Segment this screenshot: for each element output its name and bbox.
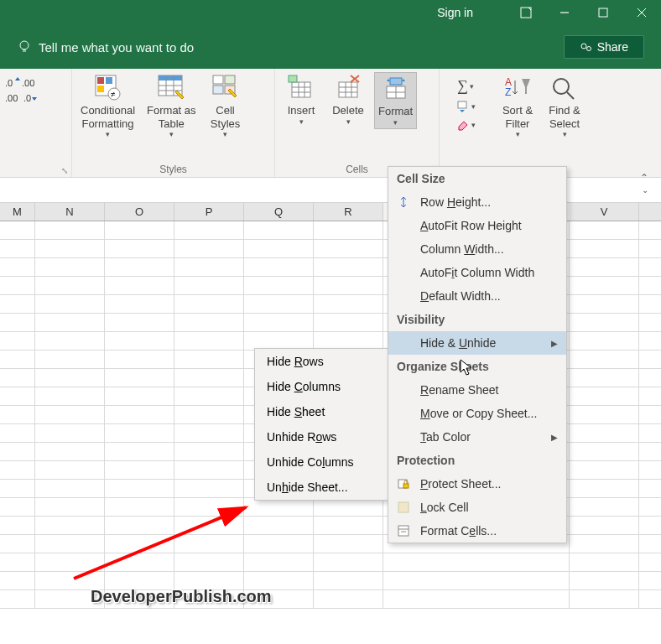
unhide-rows-item[interactable]: Unhide Rows bbox=[255, 424, 388, 449]
svg-rect-53 bbox=[403, 484, 409, 488]
col-header[interactable]: M bbox=[0, 203, 35, 221]
svg-rect-46 bbox=[390, 78, 402, 85]
menu-section-organize: Organize Sheets bbox=[388, 355, 566, 378]
svg-rect-17 bbox=[97, 86, 104, 92]
col-header[interactable]: N bbox=[35, 203, 105, 221]
autofit-row-height-item[interactable]: AutoFit Row Height bbox=[388, 214, 566, 237]
menu-item-label: AutoFit Row Height bbox=[420, 219, 522, 232]
find-select-button[interactable]: Find & Select ▾ bbox=[544, 72, 586, 140]
svg-text:.00: .00 bbox=[22, 78, 34, 88]
menu-item-label: Format Cells... bbox=[420, 524, 497, 538]
insert-cells-icon bbox=[287, 74, 315, 102]
increase-decimal-icon[interactable]: .0.00 bbox=[5, 77, 39, 89]
cell-styles-button[interactable]: Cell Styles ▾ bbox=[205, 72, 247, 140]
row-height-item[interactable]: Row Height... bbox=[388, 190, 566, 214]
sort-filter-button[interactable]: AZ Sort & Filter ▾ bbox=[497, 72, 539, 140]
eraser-icon bbox=[456, 118, 470, 132]
svg-text:.0: .0 bbox=[5, 78, 13, 88]
col-header[interactable]: V bbox=[570, 203, 639, 221]
conditional-formatting-button[interactable]: ≠ Conditional Formatting ▾ bbox=[77, 72, 138, 140]
menu-item-label: Hide Columns bbox=[267, 380, 341, 393]
chevron-down-icon: ▾ bbox=[393, 118, 398, 127]
protect-sheet-item[interactable]: Protect Sheet... bbox=[388, 472, 566, 496]
btn-label: Conditional Formatting bbox=[81, 104, 135, 130]
close-button[interactable] bbox=[622, 0, 661, 25]
menu-item-label: Hide Sheet bbox=[267, 405, 325, 418]
ribbon-group-styles: ≠ Conditional Formatting ▾ Format as Tab… bbox=[72, 69, 275, 177]
format-cells-item[interactable]: Format Cells... bbox=[388, 519, 566, 543]
menu-item-label: Unhide Sheet... bbox=[267, 480, 348, 494]
formula-bar-expand-icon[interactable]: ⌄ bbox=[642, 185, 648, 195]
tellme-bar: Tell me what you want to do Share bbox=[0, 25, 661, 69]
ribbon-group-cells: Insert ▾ Delete ▾ Format ▾ Cells bbox=[275, 69, 440, 177]
hide-unhide-submenu: Hide Rows Hide Columns Hide Sheet Unhide… bbox=[254, 348, 388, 501]
menu-item-label: Protect Sheet... bbox=[420, 477, 502, 491]
tellme-placeholder: Tell me what you want to do bbox=[39, 40, 194, 55]
menu-item-label: Row Height... bbox=[420, 195, 491, 209]
insert-button[interactable]: Insert ▾ bbox=[280, 72, 322, 127]
hide-rows-item[interactable]: Hide Rows bbox=[255, 349, 388, 374]
column-width-item[interactable]: Column Width... bbox=[388, 237, 566, 261]
svg-rect-21 bbox=[159, 75, 182, 80]
decrease-decimal-icon[interactable]: .00.0 bbox=[5, 92, 39, 104]
svg-rect-28 bbox=[213, 86, 223, 94]
lock-cell-item[interactable]: Lock Cell bbox=[388, 496, 566, 519]
autofit-column-width-item[interactable]: AutoFit Column Width bbox=[388, 261, 566, 284]
rename-sheet-item[interactable]: Rename Sheet bbox=[388, 378, 566, 402]
move-copy-sheet-item[interactable]: Move or Copy Sheet... bbox=[388, 402, 566, 425]
row-height-icon bbox=[397, 195, 410, 209]
ribbon-display-options[interactable] bbox=[507, 0, 545, 25]
format-cells-icon bbox=[397, 524, 410, 538]
unhide-sheet-item[interactable]: Unhide Sheet... bbox=[255, 475, 388, 500]
chevron-down-icon: ▾ bbox=[563, 130, 567, 138]
dialog-launcher-icon[interactable]: ⤡ bbox=[61, 166, 68, 175]
svg-rect-15 bbox=[97, 77, 104, 84]
svg-rect-26 bbox=[213, 75, 223, 84]
clear-button[interactable]: ▾ bbox=[456, 118, 476, 132]
lock-cell-icon bbox=[397, 501, 410, 514]
svg-text:.0: .0 bbox=[23, 93, 31, 103]
unhide-columns-item[interactable]: Unhide Columns bbox=[255, 449, 388, 475]
chevron-down-icon: ▾ bbox=[169, 130, 174, 138]
menu-section-cellsize: Cell Size bbox=[388, 167, 566, 190]
format-as-table-button[interactable]: Format as Table ▾ bbox=[143, 72, 200, 140]
maximize-button[interactable] bbox=[584, 0, 622, 25]
tellme-search[interactable]: Tell me what you want to do bbox=[17, 39, 194, 55]
table-icon bbox=[157, 74, 185, 102]
svg-line-51 bbox=[567, 92, 574, 99]
format-cell-icon bbox=[382, 75, 410, 103]
menu-item-label: Move or Copy Sheet... bbox=[420, 407, 537, 420]
chevron-down-icon: ▾ bbox=[516, 130, 520, 138]
collapse-ribbon-icon[interactable]: ⌃ bbox=[640, 172, 648, 184]
format-button[interactable]: Format ▾ bbox=[374, 72, 417, 129]
chevron-down-icon: ▾ bbox=[223, 130, 227, 138]
svg-point-9 bbox=[586, 46, 591, 50]
delete-button[interactable]: Delete ▾ bbox=[327, 72, 369, 127]
col-header[interactable]: O bbox=[105, 203, 174, 221]
tab-color-item[interactable]: Tab Color ▶ bbox=[388, 425, 566, 449]
signin-link[interactable]: Sign in bbox=[437, 6, 473, 19]
svg-text:.00: .00 bbox=[5, 93, 18, 103]
hide-unhide-item[interactable]: Hide & Unhide ▶ bbox=[388, 331, 566, 355]
share-button[interactable]: Share bbox=[564, 35, 644, 59]
autosum-button[interactable]: ∑ ▾ bbox=[457, 77, 474, 95]
menu-item-label: Column Width... bbox=[420, 242, 504, 256]
svg-text:Z: Z bbox=[505, 86, 511, 98]
svg-rect-55 bbox=[398, 526, 409, 536]
fill-button[interactable]: ▾ bbox=[456, 100, 476, 113]
menu-item-label: Hide Rows bbox=[267, 355, 324, 368]
ribbon-group-editing: AZ Sort & Filter ▾ Find & Select ▾ bbox=[492, 69, 591, 177]
minimize-button[interactable] bbox=[545, 0, 584, 25]
hide-columns-item[interactable]: Hide Columns bbox=[255, 374, 388, 399]
col-header[interactable]: Q bbox=[244, 203, 314, 221]
delete-cells-icon bbox=[334, 74, 362, 102]
btn-label: Find & Select bbox=[549, 104, 580, 130]
menu-section-visibility: Visibility bbox=[388, 308, 566, 331]
menu-item-label: Unhide Rows bbox=[267, 430, 336, 444]
hide-sheet-item[interactable]: Hide Sheet bbox=[255, 399, 388, 424]
default-width-item[interactable]: Default Width... bbox=[388, 284, 566, 308]
svg-rect-35 bbox=[289, 75, 297, 82]
col-header[interactable]: P bbox=[174, 203, 244, 221]
col-header[interactable]: R bbox=[314, 203, 383, 221]
protect-sheet-icon bbox=[397, 477, 410, 491]
